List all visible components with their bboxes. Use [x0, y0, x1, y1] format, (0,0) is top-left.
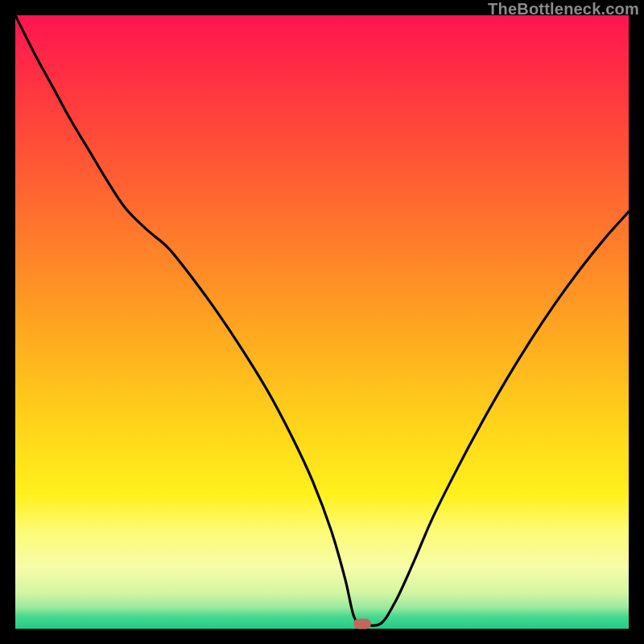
- bottleneck-curve: [15, 15, 629, 629]
- optimum-marker: [353, 618, 371, 629]
- watermark-text: TheBottleneck.com: [488, 0, 639, 19]
- chart-stage: TheBottleneck.com: [0, 0, 644, 644]
- plot-area: [15, 15, 629, 629]
